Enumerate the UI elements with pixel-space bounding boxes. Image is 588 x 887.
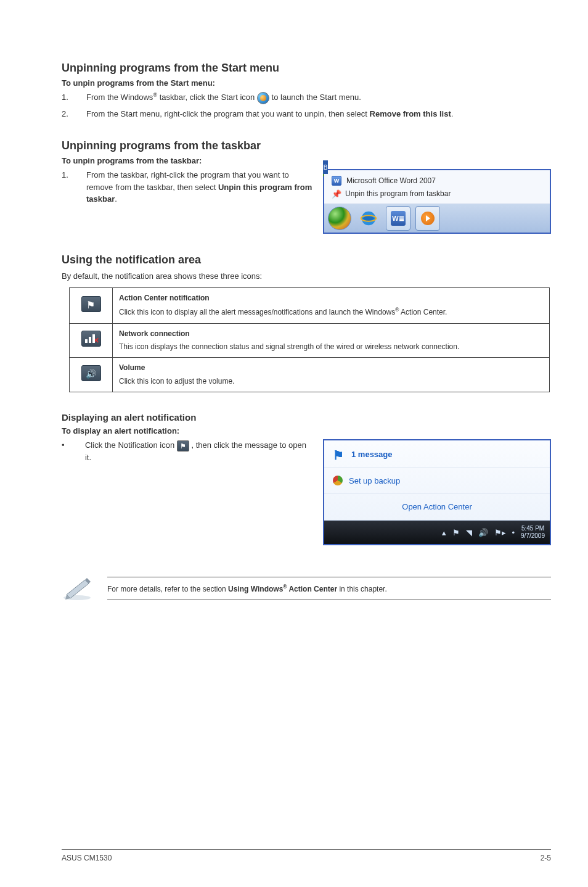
intro-text: By default, the notification area shows … [62, 270, 551, 283]
clock-date: 9/7/2009 [521, 532, 545, 540]
tray-volume-icon[interactable]: 🔊 [478, 528, 488, 537]
text: From the Start menu, right-click the pro… [86, 109, 370, 118]
network-icon [81, 331, 101, 347]
start-button[interactable] [328, 207, 351, 230]
cell-desc: This icon displays the connection status… [119, 342, 543, 352]
volume-icon [81, 365, 101, 381]
taskbar-ie-button[interactable] [356, 206, 381, 231]
step-1: 1. From the Windows® taskbar, click the … [62, 91, 551, 104]
bullet: • [62, 439, 67, 452]
footer-left: ASUS CM1530 [62, 854, 112, 862]
bold-text: Action Center [287, 585, 338, 593]
text: . [115, 194, 117, 204]
start-icon [257, 92, 269, 104]
step-num: 1. [62, 169, 86, 181]
taskbar: W≣ [324, 204, 550, 233]
table-row: Volume Click this icon to adjust the vol… [70, 358, 550, 392]
backup-icon [333, 476, 343, 485]
bullet-content: Click the Notification icon , then click… [85, 439, 314, 463]
tray-extra-icon[interactable]: • [512, 528, 515, 537]
step-1: 1. From the taskbar, right-click the pro… [62, 169, 314, 205]
note-callout: For more details, refer to the section U… [62, 576, 551, 601]
clock-time: 5:45 PM [521, 525, 545, 532]
text: Click this icon to display all the alert… [119, 308, 395, 316]
bold-text: Using Windows [228, 585, 283, 593]
subhead-unpin-start: To unpin programs from the Start menu: [62, 78, 551, 88]
action-center-icon [81, 296, 101, 312]
text: in this chapter. [337, 585, 387, 593]
table-row: Network connection This icon displays th… [70, 323, 550, 358]
taskbar-word-button[interactable]: W≣ [386, 206, 410, 231]
unpin-icon: 📌 [332, 189, 340, 198]
text: Action Center. [399, 308, 447, 316]
step-content: From the taskbar, right-click the progra… [86, 169, 314, 205]
window-edge-letter: B [323, 160, 328, 174]
section-unpin-start: Unpinning programs from the Start menu T… [62, 62, 551, 120]
step-2: 2. From the Start menu, right-click the … [62, 108, 551, 120]
subhead-unpin-taskbar: To unpin programs from the taskbar: [62, 156, 551, 165]
page-footer: ASUS CM1530 2-5 [62, 849, 551, 862]
jump-list-item-word[interactable]: W Microsoft Office Word 2007 [329, 174, 545, 188]
open-action-center-link[interactable]: Open Action Center [324, 493, 550, 520]
tray-chevron-icon[interactable]: ▴ [442, 528, 446, 537]
screenshot-action-center-popup: 1 message Set up backup Open Action Cent… [323, 439, 551, 545]
section-unpin-taskbar: Unpinning programs from the taskbar To u… [62, 139, 551, 234]
heading-unpin-start: Unpinning programs from the Start menu [62, 62, 551, 75]
step-content: From the Start menu, right-click the pro… [86, 108, 551, 120]
word-icon: W [332, 176, 341, 186]
taskbar-wmp-button[interactable] [415, 206, 440, 231]
screenshot-taskbar-menu: B W Microsoft Office Word 2007 📌 Unpin t… [323, 169, 551, 234]
alert-backup-row[interactable]: Set up backup [324, 468, 550, 493]
tray-network-icon[interactable]: ◥ [466, 528, 472, 537]
ie-icon [359, 209, 378, 228]
alert-message-row[interactable]: 1 message [324, 440, 550, 468]
text: taskbar, click the Start icon [157, 93, 257, 102]
text: For more details, refer to the section [107, 585, 228, 593]
pencil-icon [62, 576, 92, 601]
step-num: 1. [62, 91, 86, 104]
alert-message-text: 1 message [351, 450, 393, 459]
footer-right: 2-5 [541, 854, 551, 862]
cell-title: Action Center notification [119, 293, 543, 303]
flag-icon [333, 448, 345, 460]
menu-label: Microsoft Office Word 2007 [346, 176, 436, 185]
cell-title: Volume [119, 363, 543, 373]
wmp-icon [421, 212, 435, 225]
bold-text: Remove from this list [370, 109, 451, 118]
step-num: 2. [62, 108, 86, 120]
section-display-alert: Displaying an alert notification To disp… [62, 412, 551, 545]
bullet-step: • Click the Notification icon , then cli… [62, 439, 314, 463]
section-notification-area: Using the notification area By default, … [62, 254, 551, 392]
notification-icons-table: Action Center notification Click this ic… [69, 287, 550, 392]
tray-notification-icon[interactable]: ⚑▸ [494, 528, 506, 537]
cell-desc: Click this icon to display all the alert… [119, 306, 543, 318]
text: to launch the Start menu. [272, 93, 361, 102]
word-icon: W≣ [391, 211, 406, 226]
cell-title: Network connection [119, 329, 543, 339]
alert-backup-text: Set up backup [349, 476, 400, 485]
notification-flag-icon [177, 440, 189, 452]
heading-display-alert: Displaying an alert notification [62, 412, 551, 423]
jump-list-item-unpin[interactable]: 📌 Unpin this program from taskbar [329, 188, 545, 200]
menu-label: Unpin this program from taskbar [345, 189, 451, 198]
tray-clock[interactable]: 5:45 PM 9/7/2009 [521, 525, 545, 540]
taskbar-tray: ▴ ⚑ ◥ 🔊 ⚑▸ • 5:45 PM 9/7/2009 [324, 521, 550, 544]
heading-notification-area: Using the notification area [62, 254, 551, 266]
subhead-display-alert: To display an alert notification: [62, 426, 551, 435]
cell-desc: Click this icon to adjust the volume. [119, 376, 543, 387]
note-text: For more details, refer to the section U… [107, 577, 551, 600]
heading-unpin-taskbar: Unpinning programs from the taskbar [62, 139, 551, 152]
text: . [451, 109, 454, 118]
step-content: From the Windows® taskbar, click the Sta… [86, 91, 551, 104]
link-text: Open Action Center [402, 502, 472, 511]
text: From the Windows [86, 93, 153, 102]
text: Click the Notification icon [85, 440, 177, 450]
tray-flag-icon[interactable]: ⚑ [452, 528, 460, 537]
table-row: Action Center notification Click this ic… [70, 287, 550, 323]
